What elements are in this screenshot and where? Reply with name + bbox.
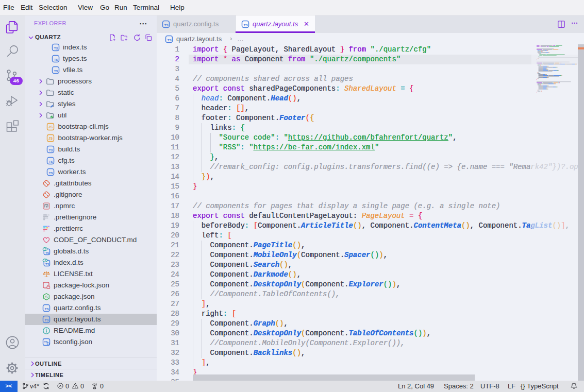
svg-text:TS: TS — [45, 307, 49, 311]
svg-text:TS: TS — [168, 38, 172, 42]
svg-text:TS: TS — [45, 251, 49, 254]
svg-text:JS: JS — [48, 125, 53, 129]
svg-text:TS: TS — [45, 263, 49, 266]
svg-text:TS: TS — [54, 69, 58, 73]
svg-text:TS: TS — [54, 58, 58, 61]
svg-text:TS: TS — [49, 171, 53, 175]
svg-text:TS: TS — [49, 148, 53, 152]
svg-text:TS: TS — [49, 160, 53, 163]
svg-text:S: S — [45, 295, 48, 299]
svg-text:TS: TS — [164, 23, 169, 27]
svg-text:TS: TS — [45, 318, 49, 322]
svg-text:TS: TS — [54, 46, 58, 50]
svg-text:TS: TS — [244, 23, 248, 27]
svg-text:JS: JS — [48, 137, 53, 140]
